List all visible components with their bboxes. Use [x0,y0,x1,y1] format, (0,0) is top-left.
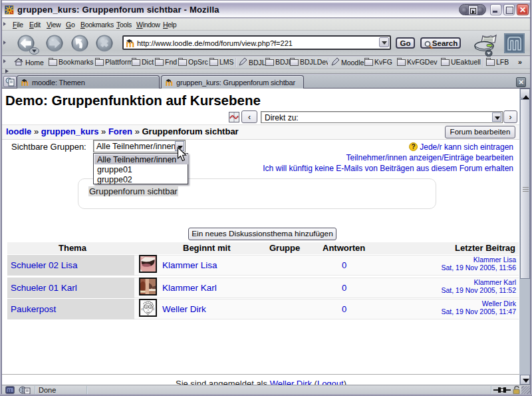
svg-text:3: 3 [152,307,154,311]
svg-text:?: ? [411,143,415,150]
